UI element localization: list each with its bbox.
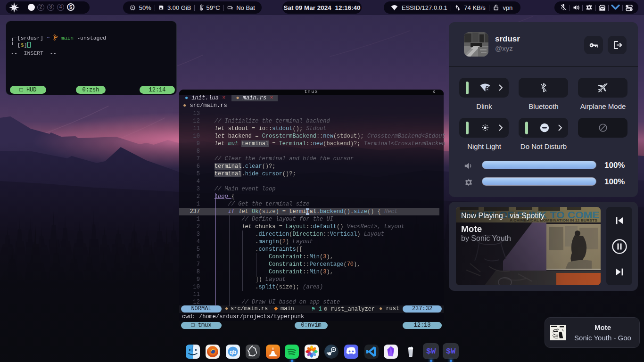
svg-text:qb: qb [230, 349, 237, 355]
